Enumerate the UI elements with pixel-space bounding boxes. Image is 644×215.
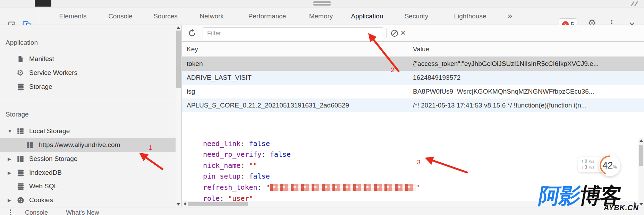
scrollbar-thumb[interactable] <box>188 202 248 206</box>
resize-grip-icon[interactable] <box>634 1 638 6</box>
scrollbar-thumb[interactable] <box>176 31 181 88</box>
row-key: token <box>182 60 410 68</box>
download-value: 3 <box>585 164 587 170</box>
scroll-down-icon[interactable] <box>177 203 180 206</box>
sidebar-item-label: Session Storage <box>29 155 77 163</box>
upload-value: 0 <box>585 158 587 164</box>
row-key: isg__ <box>182 88 410 95</box>
sidebar-item-cookies[interactable]: ▶ Cookies <box>0 193 176 207</box>
preview-line-pin-setup[interactable]: pin_setup: false <box>203 172 270 181</box>
scroll-right-icon[interactable] <box>634 202 637 206</box>
sidebar-item-label: Web SQL <box>29 182 58 190</box>
tab-memory[interactable]: Memory <box>309 8 333 25</box>
storage-toolbar: × <box>182 25 644 42</box>
drawer-kebab-icon[interactable] <box>10 209 11 215</box>
drag-handle-icon[interactable] <box>313 1 331 3</box>
table-grid-icon <box>17 127 24 135</box>
scroll-up-icon[interactable] <box>177 26 180 29</box>
preview-line-need-link[interactable]: need_link: false <box>203 139 270 148</box>
drawer-tab-console[interactable]: Console <box>25 209 48 215</box>
table-row-isg[interactable]: isg__ BA8PW0fUs9_WsrcjKGOKMQhSnqMZNGNWFf… <box>182 85 644 98</box>
column-header-key[interactable]: Key <box>182 45 410 53</box>
row-value: BA8PW0fUs9_WsrcjKGOKMQhSnqMZNGNWFfbpzCEc… <box>410 88 644 95</box>
tab-elements[interactable]: Elements <box>59 8 86 25</box>
toolbar-divider <box>39 11 39 22</box>
json-key: refresh_token <box>203 183 257 191</box>
scrollbar-thumb[interactable] <box>639 145 643 166</box>
tab-sources[interactable]: Sources <box>153 8 178 25</box>
sidebar-item-session-storage[interactable]: ▶ Session Storage <box>0 152 176 166</box>
tab-application[interactable]: Application <box>351 8 383 25</box>
row-key: ADRIVE_LAST_VISIT <box>182 74 410 81</box>
database-icon <box>17 182 25 190</box>
chevron-collapsed-icon[interactable]: ▶ <box>8 170 13 175</box>
drawer-tab-bar: Console What's New <box>0 207 644 215</box>
column-divider[interactable] <box>410 42 410 138</box>
refresh-icon[interactable] <box>187 28 197 39</box>
json-quote: " <box>416 183 420 191</box>
json-key: need_link <box>203 139 240 148</box>
vertical-scrollbar[interactable] <box>638 138 644 207</box>
preview-line-nick-name[interactable]: nick_name: "" <box>203 161 257 170</box>
download-unit: K/s <box>588 164 594 170</box>
redacted-token-mosaic <box>270 184 416 191</box>
table-grid-icon <box>26 141 34 149</box>
row-value: {"access_token":"eyJhbGciOiJSUzI1NiIsInR… <box>410 60 644 68</box>
database-icon <box>17 83 25 91</box>
json-value: false <box>270 150 291 158</box>
json-separator: : <box>240 161 249 170</box>
chevron-collapsed-icon[interactable]: ▶ <box>8 156 13 162</box>
sidebar-item-indexeddb[interactable]: ▶ IndexedDB <box>0 166 176 180</box>
sidebar-section-application: Application <box>6 36 172 50</box>
table-header-row: Key Value <box>182 42 644 57</box>
tab-console[interactable]: Console <box>108 8 133 25</box>
drag-handle-icon[interactable] <box>313 4 331 6</box>
drawer-tab-whats-new[interactable]: What's New <box>66 209 99 215</box>
row-value: 1624849193572 <box>410 74 644 81</box>
devtools-toolbar: Elements Console Sources Network Perform… <box>0 8 644 25</box>
preview-line-need-rp-verify[interactable]: need_rp_verify: false <box>203 150 291 159</box>
preview-panel-divider[interactable] <box>182 138 644 138</box>
gear-icon: ⚙ <box>17 69 24 77</box>
scroll-down-icon[interactable] <box>639 203 643 206</box>
sidebar-scrollbar[interactable] <box>176 25 181 207</box>
tab-performance[interactable]: Performance <box>248 8 286 25</box>
chevron-collapsed-icon[interactable]: ▶ <box>8 198 13 203</box>
column-header-value[interactable]: Value <box>410 45 644 53</box>
local-storage-panel: × Key Value token {"access_token":"eyJhb… <box>182 25 644 215</box>
sidebar-item-manifest[interactable]: Manifest <box>0 52 176 66</box>
more-tabs-icon[interactable]: » <box>508 8 512 25</box>
filter-input[interactable] <box>203 27 383 39</box>
page-dark-element <box>35 0 51 7</box>
sidebar-item-label: IndexedDB <box>29 169 62 177</box>
sidebar-item-label: Cookies <box>29 196 53 204</box>
json-key: nick_name <box>203 161 240 170</box>
toolbar-divider <box>386 28 387 38</box>
sidebar-item-local-storage[interactable]: ▼ Local Storage <box>0 124 176 138</box>
sidebar-item-origin-aliyundrive[interactable]: https://www.aliyundrive.com <box>0 138 176 152</box>
sidebar-item-web-sql[interactable]: Web SQL <box>0 179 176 193</box>
block-icon[interactable] <box>390 29 399 39</box>
scroll-left-icon[interactable] <box>184 202 186 206</box>
chevron-expanded-icon[interactable]: ▼ <box>8 129 13 134</box>
progress-circle-widget[interactable]: 42% <box>599 155 620 176</box>
tab-network[interactable]: Network <box>200 8 224 25</box>
json-separator: : <box>240 139 249 148</box>
sidebar-divider <box>0 100 176 100</box>
preview-line-refresh-token[interactable]: refresh_token: "" <box>203 183 420 192</box>
json-value: "" <box>249 161 257 170</box>
sidebar-item-storage[interactable]: Storage <box>0 80 176 94</box>
table-row-adrive-last-visit[interactable]: ADRIVE_LAST_VISIT 1624849193572 <box>182 71 644 85</box>
tab-security[interactable]: Security <box>405 8 429 25</box>
scroll-up-icon[interactable] <box>639 139 643 142</box>
tab-lighthouse[interactable]: Lighthouse <box>454 8 486 25</box>
table-row-token[interactable]: token {"access_token":"eyJhbGciOiJSUzI1N… <box>182 57 644 71</box>
horizontal-scrollbar[interactable] <box>182 201 638 207</box>
upload-arrow-icon: ↑ <box>581 158 583 164</box>
json-quote: " <box>266 183 270 191</box>
upload-unit: K/s <box>588 158 594 164</box>
database-icon <box>17 169 25 177</box>
table-row-aplus-s-core[interactable]: APLUS_S_CORE_0.21.2_20210513191631_2ad60… <box>182 98 644 112</box>
sidebar-item-service-workers[interactable]: ⚙ Service Workers <box>0 66 176 80</box>
clear-icon[interactable]: × <box>400 27 406 39</box>
